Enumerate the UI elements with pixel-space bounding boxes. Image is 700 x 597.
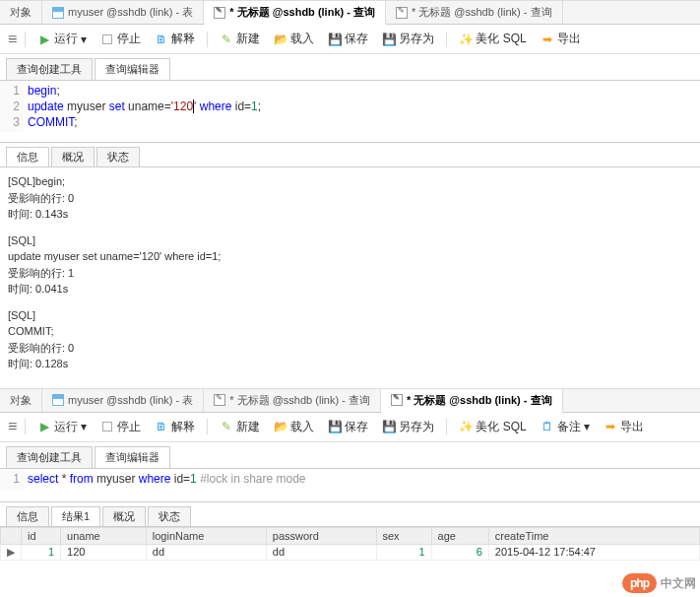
col-header[interactable]: createTime: [488, 527, 699, 544]
query-icon: [396, 7, 408, 19]
cell-age[interactable]: 6: [431, 544, 488, 560]
row-indicator-header: [1, 527, 22, 544]
run-button[interactable]: ▶运行▾: [33, 29, 91, 49]
result-tab[interactable]: 结果1: [51, 506, 100, 526]
beautify-label: 美化 SQL: [476, 419, 526, 435]
bottom-panel: 对象myuser @sshdb (link) - 表* 无标题 @sshdb (…: [0, 388, 700, 561]
tab-label: * 无标题 @sshdb (link) - 查询: [229, 393, 370, 408]
export-label: 导出: [620, 419, 644, 435]
tab-query-editor[interactable]: 查询编辑器: [95, 446, 170, 468]
result-tabs: 信息概况状态: [0, 142, 700, 166]
result-tabs: 信息结果1概况状态: [0, 501, 700, 526]
beautify-button[interactable]: ✨美化 SQL: [455, 29, 530, 49]
cell-sex[interactable]: 1: [376, 544, 431, 560]
run-label: 运行: [54, 31, 78, 47]
run-button[interactable]: ▶运行▾: [33, 417, 91, 437]
tab-label: myuser @sshdb (link) - 表: [68, 5, 193, 20]
document-tabs: 对象myuser @sshdb (link) - 表* 无标题 @sshdb (…: [0, 1, 700, 25]
message-block: [SQL]begin;受影响的行: 0时间: 0.143s: [8, 173, 692, 223]
editor-subtabs: 查询创建工具 查询编辑器: [0, 54, 700, 80]
beautify-button[interactable]: ✨美化 SQL: [455, 417, 530, 437]
tab-label: * 无标题 @sshdb (link) - 查询: [412, 5, 552, 20]
doc-tab[interactable]: * 无标题 @sshdb (link) - 查询: [386, 1, 563, 24]
export-button[interactable]: ➡导出: [600, 417, 648, 437]
export-button[interactable]: ➡导出: [537, 29, 585, 49]
tab-label: myuser @sshdb (link) - 表: [68, 393, 193, 408]
cell-createTime[interactable]: 2015-04-12 17:54:47: [488, 544, 699, 560]
doc-tab[interactable]: * 无标题 @sshdb (link) - 查询: [381, 389, 563, 413]
col-header[interactable]: id: [22, 527, 61, 544]
toolbar: ≡ ▶运行▾ 停止 🗎解释 ✎新建 📂载入 💾保存 💾另存为 ✨美化 SQL ➡…: [0, 25, 700, 54]
message-block: [SQL]update myuser set uname='120' where…: [8, 232, 692, 298]
beautify-label: 美化 SQL: [476, 31, 526, 47]
row-indicator: ▶: [1, 544, 22, 560]
note-button[interactable]: 🗒备注▾: [537, 417, 594, 437]
tab-query-builder[interactable]: 查询创建工具: [6, 58, 93, 80]
col-header[interactable]: sex: [376, 527, 431, 544]
toolbar: ≡ ▶运行▾ 停止 🗎解释 ✎新建 📂载入 💾保存 💾另存为 ✨美化 SQL 🗒…: [0, 413, 700, 442]
tab-query-builder[interactable]: 查询创建工具: [6, 446, 93, 468]
result-tab[interactable]: 概况: [102, 506, 146, 526]
saveas-button[interactable]: 💾另存为: [378, 417, 438, 437]
cell-loginName[interactable]: dd: [146, 544, 266, 560]
table-row[interactable]: ▶1120dddd162015-04-12 17:54:47: [1, 544, 700, 560]
cell-uname[interactable]: 120: [61, 544, 147, 560]
new-button[interactable]: ✎新建: [216, 29, 264, 49]
new-label: 新建: [236, 419, 260, 435]
save-button[interactable]: 💾保存: [324, 417, 372, 437]
load-button[interactable]: 📂载入: [270, 417, 318, 437]
save-label: 保存: [345, 31, 368, 47]
result-tab[interactable]: 信息: [6, 506, 49, 526]
save-button[interactable]: 💾保存: [324, 29, 372, 49]
doc-tab[interactable]: * 无标题 @sshdb (link) - 查询: [204, 389, 381, 412]
doc-tab[interactable]: myuser @sshdb (link) - 表: [42, 1, 204, 24]
result-tab[interactable]: 状态: [96, 147, 140, 166]
message-block: [SQL]COMMIT;受影响的行: 0时间: 0.128s: [8, 307, 692, 372]
stop-label: 停止: [117, 31, 141, 47]
tab-query-editor[interactable]: 查询编辑器: [95, 58, 170, 80]
load-label: 载入: [290, 419, 314, 435]
editor-subtabs: 查询创建工具 查询编辑器: [0, 442, 700, 468]
explain-button[interactable]: 🗎解释: [151, 417, 199, 437]
doc-tab[interactable]: 对象: [0, 1, 42, 24]
result-grid: idunameloginNamepasswordsexagecreateTime…: [0, 526, 700, 561]
cell-id[interactable]: 1: [22, 544, 61, 560]
line-gutter: 123: [0, 81, 24, 132]
code-area[interactable]: select * from myuser where id=1 #lock in…: [24, 469, 310, 492]
new-button[interactable]: ✎新建: [216, 417, 264, 437]
saveas-button[interactable]: 💾另存为: [378, 29, 438, 49]
result-tab[interactable]: 信息: [6, 147, 49, 166]
explain-button[interactable]: 🗎解释: [151, 29, 199, 49]
saveas-label: 另存为: [399, 31, 434, 47]
document-tabs: 对象myuser @sshdb (link) - 表* 无标题 @sshdb (…: [0, 389, 700, 413]
doc-tab[interactable]: myuser @sshdb (link) - 表: [42, 389, 204, 412]
separator: [25, 32, 26, 47]
line-gutter: 1: [0, 469, 24, 492]
col-header[interactable]: loginName: [146, 527, 266, 544]
result-tab[interactable]: 概况: [51, 147, 95, 166]
tab-label: * 无标题 @sshdb (link) - 查询: [407, 393, 552, 408]
doc-tab[interactable]: * 无标题 @sshdb (link) - 查询: [204, 1, 386, 25]
cell-password[interactable]: dd: [266, 544, 376, 560]
load-button[interactable]: 📂载入: [270, 29, 318, 49]
menu-icon[interactable]: ≡: [8, 418, 17, 435]
save-label: 保存: [345, 419, 368, 435]
separator: [25, 419, 26, 434]
result-tab[interactable]: 状态: [148, 506, 191, 526]
tab-label: 对象: [10, 5, 32, 20]
sql-editor[interactable]: 123 begin;update myuser set uname='120' …: [0, 80, 700, 138]
separator: [446, 32, 447, 47]
saveas-label: 另存为: [399, 419, 434, 435]
data-table: idunameloginNamepasswordsexagecreateTime…: [0, 527, 700, 561]
load-label: 载入: [290, 31, 314, 47]
doc-tab[interactable]: 对象: [0, 389, 42, 412]
stop-button[interactable]: 停止: [96, 29, 145, 49]
col-header[interactable]: uname: [61, 527, 147, 544]
col-header[interactable]: password: [266, 527, 376, 544]
stop-button[interactable]: 停止: [96, 417, 145, 437]
sql-editor[interactable]: 1 select * from myuser where id=1 #lock …: [0, 468, 700, 498]
dropdown-icon: ▾: [81, 33, 87, 46]
code-area[interactable]: begin;update myuser set uname='120' wher…: [24, 81, 265, 132]
menu-icon[interactable]: ≡: [8, 31, 17, 48]
col-header[interactable]: age: [431, 527, 488, 544]
